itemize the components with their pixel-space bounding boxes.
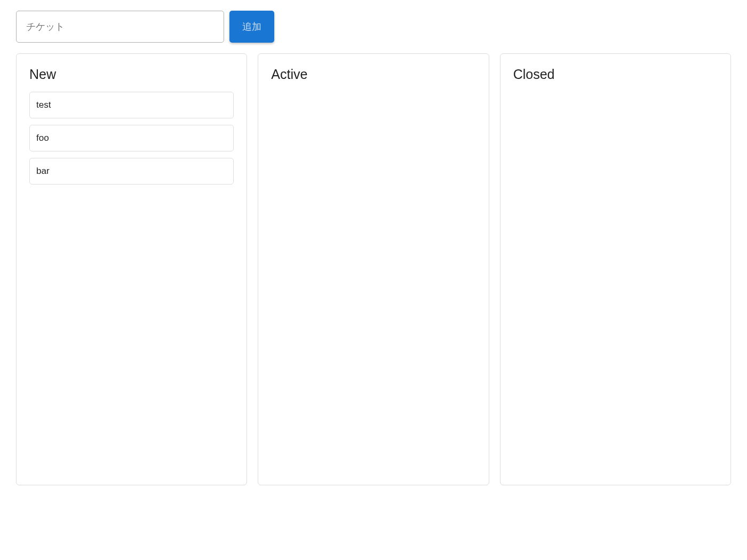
add-button[interactable]: 追加: [229, 11, 274, 43]
card[interactable]: bar: [29, 158, 234, 185]
card[interactable]: test: [29, 92, 234, 118]
column-active[interactable]: Active: [258, 53, 489, 485]
column-closed[interactable]: Closed: [500, 53, 731, 485]
column-new[interactable]: New test foo bar: [16, 53, 247, 485]
ticket-input[interactable]: [16, 11, 224, 43]
top-bar: 追加: [16, 11, 731, 43]
column-title: Active: [271, 67, 475, 82]
column-title: Closed: [513, 67, 718, 82]
kanban-board: New test foo bar Active Closed: [16, 53, 731, 485]
card[interactable]: foo: [29, 125, 234, 151]
column-title: New: [29, 67, 234, 82]
